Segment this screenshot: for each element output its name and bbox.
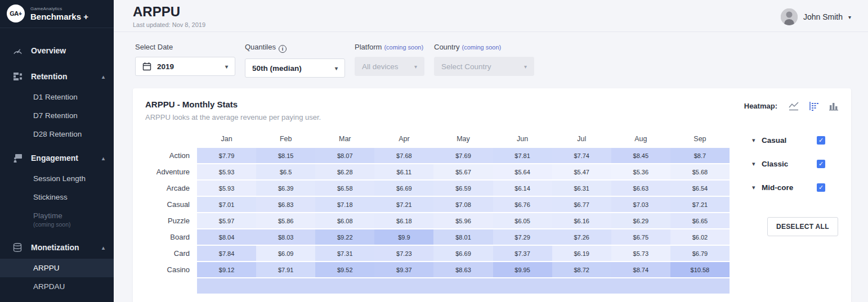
genre-groups: ▾Casual✓▾Classic✓▾Mid-core✓ xyxy=(752,136,839,192)
sidebar-item-session-length[interactable]: Session Length xyxy=(0,169,114,188)
heatmap-cell: $7.01 xyxy=(197,197,256,212)
sidebar-item-engagement[interactable]: Engagement▴ xyxy=(0,147,114,169)
sidebar-item-d1-retention[interactable]: D1 Retention xyxy=(0,88,114,106)
caret-down-icon[interactable]: ▾ xyxy=(752,184,762,191)
retention-icon xyxy=(12,71,23,82)
heatmap-cell: $8.03 xyxy=(256,229,315,245)
heatmap-cell: $6.69 xyxy=(433,246,493,261)
heatmap-toggle-label: Heatmap: xyxy=(744,102,777,110)
sidebar-group-monetization: Monetization▴ARPPUARPDAUConversion xyxy=(0,236,114,302)
sidebar-item-arppu[interactable]: ARPPU xyxy=(0,259,114,277)
filter-quantiles-label: Quantilesi xyxy=(245,43,345,53)
sidebar-group-engagement: Engagement▴Session LengthStickinessPlayt… xyxy=(0,147,114,233)
filter-country-label: Country(coming soon) xyxy=(434,43,534,51)
genre-group-label[interactable]: Mid-core xyxy=(762,183,793,192)
quantiles-select[interactable]: 50th (median) ▾ xyxy=(245,58,345,78)
filter-quantiles: Quantilesi 50th (median) ▾ xyxy=(245,43,345,78)
filter-platform-label: Platform(coming soon) xyxy=(355,43,424,51)
card-body: JanFebMarAprMayJunJulAugSep Action$7.79$… xyxy=(145,135,839,294)
heatmap-cell: $7.21 xyxy=(670,197,730,212)
coins-icon xyxy=(12,242,23,253)
genre-checkbox[interactable]: ✓ xyxy=(817,136,825,145)
sidebar-item-label: D28 Retention xyxy=(33,130,82,138)
sidebar-item-retention[interactable]: Retention▴ xyxy=(0,65,114,88)
heatmap-cell: $6.16 xyxy=(552,213,611,228)
gauge-icon xyxy=(12,46,23,56)
heatmap-cell: $6.18 xyxy=(374,213,433,228)
heatmap-cell: $7.84 xyxy=(197,246,256,261)
user-menu[interactable]: John Smith ▾ xyxy=(781,8,851,25)
sidebar-item-d7-retention[interactable]: D7 Retention xyxy=(0,106,114,125)
genre-checkbox[interactable]: ✓ xyxy=(817,183,825,192)
heatmap-cell: $9.9 xyxy=(374,229,433,245)
caret-down-icon[interactable]: ▾ xyxy=(752,137,762,144)
sidebar-item-monetization[interactable]: Monetization▴ xyxy=(0,236,114,259)
heatmap-cell: $7.26 xyxy=(552,229,611,245)
table-row-casino: Casino$9.12$7.91$9.52$9.37$8.63$9.95$8.7… xyxy=(145,262,730,277)
month-column-header: Jul xyxy=(552,135,611,143)
heatmap-cell: $7.18 xyxy=(315,197,374,212)
genre-row-label: Arcade xyxy=(145,181,197,196)
heatmap-cell: $6.69 xyxy=(374,181,433,196)
sidebar-item-stickiness[interactable]: Stickiness xyxy=(0,188,114,206)
heatmap-cell: $6.28 xyxy=(315,164,374,179)
heatmap-cell: $10.58 xyxy=(670,262,730,277)
sidebar-item-label: Retention xyxy=(31,72,68,81)
heatmap-cell: $6.77 xyxy=(552,197,611,212)
line-chart-icon[interactable] xyxy=(788,101,799,111)
table-row-puzzle: Puzzle$5.97$5.86$6.08$6.18$5.96$6.05$6.1… xyxy=(145,213,730,228)
deselect-all-button[interactable]: DESELECT ALL xyxy=(767,217,838,236)
heatmap-cell: $7.31 xyxy=(315,246,374,261)
genre-row-label: Casual xyxy=(145,197,197,212)
sidebar-item-d28-retention[interactable]: D28 Retention xyxy=(0,125,114,143)
heatmap-cell: $6.14 xyxy=(493,181,552,196)
caret-up-icon: ▴ xyxy=(102,245,105,251)
month-column-header: May xyxy=(433,135,493,143)
caret-down-icon[interactable]: ▾ xyxy=(752,160,762,168)
genre-group-mid-core: ▾Mid-core✓ xyxy=(752,183,839,192)
table-row-board: Board$8.04$8.03$9.22$9.9$8.01$7.29$7.26$… xyxy=(145,229,730,245)
heatmap-cell: $8.45 xyxy=(611,148,670,163)
sidebar-item-playtime: Playtime(coming soon) xyxy=(0,206,114,233)
gameanalytics-logo-icon: GA+ xyxy=(7,4,25,22)
heatmap-cell: $6.59 xyxy=(433,181,493,196)
info-icon[interactable]: i xyxy=(279,45,287,53)
genre-group-label[interactable]: Casual xyxy=(762,136,786,145)
heatmap-cell: $7.21 xyxy=(374,197,433,212)
genre-filter-panel: ▾Casual✓▾Classic✓▾Mid-core✓ DESELECT ALL xyxy=(752,135,839,294)
sidebar-group-overview: Overview xyxy=(0,39,114,62)
heatmap-cell: $5.73 xyxy=(611,246,670,261)
sidebar-item-label: ARPPU xyxy=(33,264,60,272)
sidebar-item-label: Engagement xyxy=(31,154,78,163)
month-column-header: Jun xyxy=(493,135,552,143)
heatmap-cell: $8.63 xyxy=(433,262,493,277)
month-column-header: Apr xyxy=(374,135,433,143)
date-select[interactable]: 2019 ▾ xyxy=(135,57,235,76)
heatmap-cell: $6.29 xyxy=(611,213,670,228)
heatmap-cell: $6.31 xyxy=(552,181,611,196)
heatmap-cell: $8.04 xyxy=(197,229,256,245)
genre-row-label: Adventure xyxy=(145,164,197,179)
sidebar-item-label: Stickiness xyxy=(33,193,68,201)
calendar-icon xyxy=(142,62,151,71)
sidebar-item-overview[interactable]: Overview xyxy=(0,39,114,62)
genre-checkbox[interactable]: ✓ xyxy=(817,160,825,168)
sidebar-item-arpdau[interactable]: ARPDAU xyxy=(0,277,114,296)
genre-row-label: Action xyxy=(145,148,197,163)
sidebar-item-conversion[interactable]: Conversion xyxy=(0,296,114,302)
heatmap-cell: $9.22 xyxy=(315,229,374,245)
filter-date-label: Select Date xyxy=(135,43,235,51)
month-column-header: Feb xyxy=(256,135,315,143)
heatmap-cell: $5.97 xyxy=(197,213,256,228)
heatmap-cell: $5.36 xyxy=(611,164,670,179)
heatmap-cell: $5.86 xyxy=(256,213,315,228)
genre-group-label[interactable]: Classic xyxy=(762,160,788,168)
engagement-icon xyxy=(12,153,23,163)
heatmap-icon[interactable] xyxy=(809,101,819,111)
heatmap-cell: $8.7 xyxy=(670,148,730,163)
heatmap-cell: $7.74 xyxy=(552,148,611,163)
heatmap-cell: $7.81 xyxy=(493,148,552,163)
card-header: ARPPU - Monthly Stats ARPPU looks at the… xyxy=(145,100,839,121)
bar-chart-icon[interactable] xyxy=(829,101,839,111)
sidebar-group-retention: Retention▴D1 RetentionD7 RetentionD28 Re… xyxy=(0,65,114,143)
